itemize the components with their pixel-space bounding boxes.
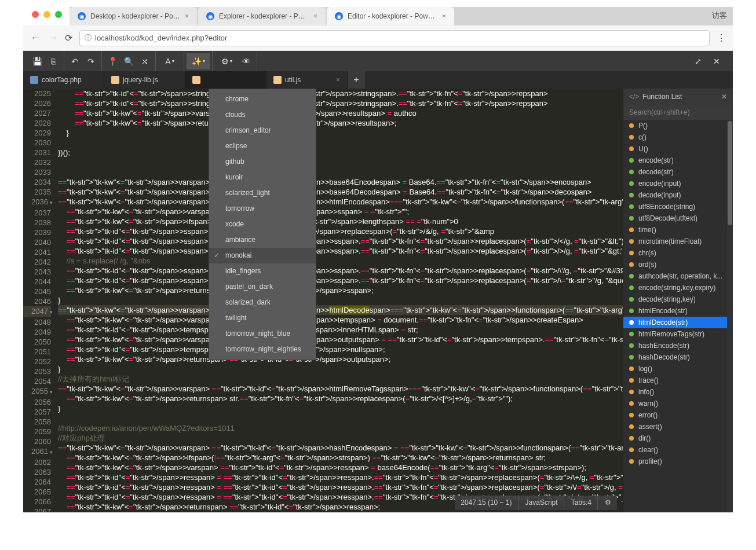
tab-close-icon[interactable]: × (313, 12, 317, 20)
settings-button[interactable]: ⚙▾ (215, 53, 238, 69)
function-name: utf8Decode(utftext) (638, 214, 697, 222)
reload-button[interactable]: ⟳ (65, 32, 72, 43)
theme-option[interactable]: clouds (209, 107, 316, 123)
function-search-input[interactable] (623, 105, 733, 120)
window-maximize-button[interactable] (55, 11, 62, 18)
window-close-button[interactable] (32, 11, 39, 18)
function-dot-icon (629, 216, 634, 221)
theme-option[interactable]: solarized_dark (209, 295, 316, 310)
site-info-icon[interactable]: ⓘ (85, 33, 92, 43)
expand-button[interactable]: ⤢ (690, 53, 706, 69)
function-item[interactable]: hashDecode(str) (623, 351, 733, 363)
tab-close-icon[interactable]: × (185, 12, 189, 20)
function-list[interactable]: P()c()U()encode(str)decode(str)encode(in… (623, 120, 733, 512)
shuffle-button[interactable]: ⤭ (137, 53, 153, 69)
browser-menu-button[interactable]: ⋮ (717, 32, 726, 43)
function-item[interactable]: warn() (623, 398, 733, 409)
status-gear-icon[interactable]: ⚙ (599, 496, 617, 510)
save-button[interactable]: 💾 (29, 53, 45, 69)
theme-option[interactable]: ambiance (209, 232, 316, 248)
function-item[interactable]: decode(string,key) (623, 294, 733, 305)
pin-button[interactable]: 📍 (104, 53, 120, 69)
theme-option[interactable]: github (209, 154, 316, 170)
function-item[interactable]: hashEncode(str) (623, 340, 733, 351)
function-item[interactable]: dir() (623, 432, 733, 444)
font-button[interactable]: A▾ (158, 53, 181, 69)
function-item[interactable]: U() (623, 143, 733, 155)
function-item[interactable]: time() (623, 224, 733, 236)
scrollbar-thumb[interactable] (728, 121, 732, 225)
file-tab-close-icon[interactable]: × (336, 76, 340, 84)
url-input[interactable]: ⓘ localhost/kod/kod_dev/index.php?editor (79, 30, 710, 46)
theme-option[interactable]: xcode (209, 217, 316, 232)
function-item[interactable]: decode(input) (623, 189, 733, 201)
code-content[interactable]: =="tk-str">"tk-id"<="tk-str">/span>>stri… (56, 89, 623, 512)
function-item[interactable]: ord(s) (623, 259, 733, 270)
function-item[interactable]: P() (623, 120, 733, 131)
function-name: time() (638, 226, 656, 234)
status-position[interactable]: 2047:15 (10 ~ 1) (455, 496, 518, 510)
theme-option[interactable]: tomorrow (209, 201, 316, 217)
theme-option[interactable]: eclipse (209, 138, 316, 154)
copy-button[interactable]: ⎘ (45, 53, 61, 69)
file-tab[interactable]: jquery-lib.js (104, 71, 185, 89)
browser-tab[interactable]: ◉ Desktop - kodexplorer - Powe × (70, 7, 197, 25)
code-editor[interactable]: 2025202620272028202920302031203220332034… (23, 89, 623, 512)
function-name: clear() (638, 446, 658, 454)
function-item[interactable]: htmlEncode(str) (623, 305, 733, 317)
theme-option[interactable]: monokai (209, 248, 316, 263)
function-list-scrollbar[interactable] (727, 120, 733, 512)
function-item[interactable]: clear() (623, 444, 733, 456)
function-item[interactable]: microtime(timeFloat) (623, 236, 733, 247)
close-panel-button[interactable]: ✕ (708, 53, 725, 69)
tab-close-icon[interactable]: × (442, 12, 446, 20)
function-dot-icon (629, 297, 634, 302)
theme-option[interactable]: pastel_on_dark (209, 279, 316, 295)
function-item[interactable]: assert() (623, 421, 733, 432)
preview-button[interactable]: 👁 (238, 53, 254, 69)
function-item[interactable]: utf8Decode(utftext) (623, 212, 733, 224)
file-tab[interactable] (185, 71, 266, 89)
browser-tab[interactable]: ◉ Explorer - kodexplorer - Powe × (198, 7, 326, 25)
function-item[interactable]: authcode(str, operation, k... (623, 270, 733, 282)
function-item[interactable]: info() (623, 386, 733, 398)
undo-button[interactable]: ↶ (67, 53, 83, 69)
theme-option[interactable]: twilight (209, 310, 316, 326)
theme-option[interactable]: solarized_light (209, 185, 316, 201)
theme-option[interactable]: idle_fingers (209, 263, 316, 279)
function-list-close-icon[interactable]: ✕ (721, 93, 727, 101)
browser-tab[interactable]: ◉ Editor - kodexplorer - Powered × (327, 7, 454, 25)
theme-button[interactable]: ✨▾ (187, 53, 210, 69)
search-button[interactable]: 🔍 (120, 53, 137, 69)
guest-label[interactable]: 访客 (712, 10, 727, 21)
theme-dropdown[interactable]: chromecloudscrimson_editoreclipsegithubk… (209, 89, 316, 360)
function-item[interactable]: encode(string,key,expiry) (623, 282, 733, 294)
function-item[interactable]: htmlDecode(str) (623, 317, 733, 328)
new-tab-button[interactable]: + (348, 71, 365, 89)
function-item[interactable]: encode(input) (623, 178, 733, 189)
status-tabs[interactable]: Tabs:4 (565, 496, 598, 510)
function-item[interactable]: htmlRemoveTags(str) (623, 328, 733, 340)
function-item[interactable]: c() (623, 131, 733, 143)
function-item[interactable]: chr(s) (623, 247, 733, 259)
theme-option[interactable]: crimson_editor (209, 123, 316, 138)
status-language[interactable]: JavaScript (520, 496, 564, 510)
function-item[interactable]: decode(str) (623, 166, 733, 178)
theme-option[interactable]: kuroir (209, 170, 316, 185)
function-item[interactable]: utf8Encode(string) (623, 201, 733, 212)
function-item[interactable]: log() (623, 363, 733, 375)
theme-option[interactable]: tomorrow_night_eighties (209, 342, 316, 357)
function-item[interactable]: trace() (623, 375, 733, 386)
theme-option[interactable]: chrome (209, 91, 316, 107)
function-item[interactable]: encode(str) (623, 155, 733, 166)
forward-button[interactable]: → (48, 32, 58, 44)
window-minimize-button[interactable] (43, 11, 50, 18)
function-name: authcode(str, operation, k... (638, 272, 722, 280)
function-item[interactable]: error() (623, 409, 733, 421)
redo-button[interactable]: ↷ (83, 53, 99, 69)
back-button[interactable]: ← (30, 32, 41, 44)
function-item[interactable]: profile() (623, 456, 733, 467)
theme-option[interactable]: tomorrow_night_blue (209, 326, 316, 342)
file-tab[interactable]: util.js× (266, 71, 348, 89)
file-tab[interactable]: colorTag.php (23, 71, 104, 89)
